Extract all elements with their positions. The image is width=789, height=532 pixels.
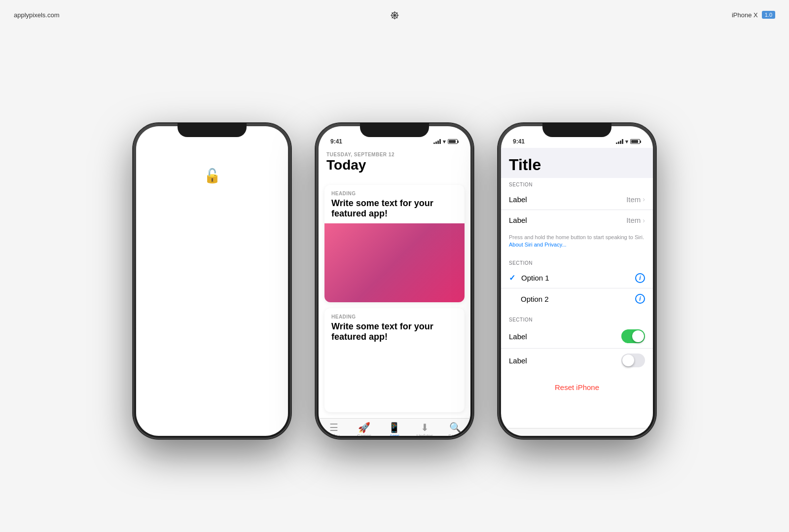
row-2-value: Item — [626, 216, 641, 224]
section-1-label: SECTION — [501, 178, 653, 189]
status-icons-2: ▾ — [433, 139, 459, 145]
toggle-2-knob — [622, 355, 634, 366]
appstore-header: Tuesday, September 12 Today — [319, 148, 470, 179]
tab-search-icon: 🔍 — [449, 423, 462, 432]
header: applypixels.com ⎈ iPhone X 1.0 — [0, 0, 789, 30]
signal-icon — [251, 139, 258, 144]
header-right: iPhone X 1.0 — [732, 11, 775, 19]
tab-today[interactable]: ☰ Today — [324, 423, 344, 436]
settings-row-toggle2: Label — [501, 349, 653, 372]
app-card-1-image — [324, 223, 465, 302]
version-badge: 1.0 — [762, 11, 775, 19]
settings-section-1: SECTION Label Item › Label It — [501, 178, 653, 253]
settings-page-title: Title — [509, 156, 645, 174]
option1-left: ✓ Option 1 — [509, 273, 549, 283]
tab-search-label: Search — [448, 433, 463, 436]
app-card-2-title: Write some text for your featured app! — [331, 321, 458, 343]
settings-row-1[interactable]: Label Item › — [501, 189, 653, 210]
chevron-icon-2: › — [643, 216, 645, 224]
app-card-1-heading: HEADING — [331, 191, 458, 196]
app-card-2-header: HEADING Write some text for your feature… — [324, 308, 465, 347]
tab-games-label: Games — [357, 433, 371, 436]
toggle-1[interactable] — [621, 329, 645, 343]
lockscreen-content: 🔓 2:23 Tuesday, September 12 — [136, 148, 288, 240]
checkmark-icon: ✓ — [509, 273, 515, 283]
status-time-2: 9:41 — [330, 138, 342, 145]
section-2-label: SECTION — [501, 256, 653, 268]
battery-icon-2 — [448, 139, 459, 144]
row-2-label: Label — [509, 216, 527, 224]
status-time: 9:41 — [148, 138, 160, 145]
tab-updates-icon: ⬇ — [421, 423, 429, 432]
tab-updates[interactable]: ⬇ Updates — [415, 423, 435, 436]
signal-icon-2 — [433, 139, 441, 144]
tab-search[interactable]: 🔍 Search — [445, 423, 465, 436]
tab-apps-icon: 📱 — [388, 423, 400, 432]
settings-section-3: SECTION Label Label — [501, 313, 653, 372]
app-card-1-header: HEADING Write some text for your feature… — [324, 185, 465, 223]
settings-row-option2[interactable]: Option 2 i — [501, 288, 653, 309]
status-time-3: 9:41 — [513, 138, 525, 145]
notch — [178, 123, 247, 137]
tab-games-icon: 🚀 — [358, 423, 370, 432]
lockscreen-screen: 9:41 ▾ 🔓 2:23 — [136, 126, 288, 436]
app-card-1-title: Write some text for your featured app! — [331, 198, 458, 219]
settings-row-toggle1: Label — [501, 324, 653, 349]
section-1-table: Label Item › Label Item › — [501, 189, 653, 231]
section-2-table: ✓ Option 1 i Option 2 i — [501, 268, 653, 309]
tab-apps[interactable]: 📱 Apps — [385, 423, 404, 436]
wifi-icon: ▾ — [260, 139, 263, 145]
toggle1-label: Label — [509, 332, 527, 341]
settings-nav-bar: ‹ Back Button — [501, 428, 653, 436]
tab-today-label: Today — [328, 433, 340, 436]
notch-3 — [542, 123, 611, 137]
device-name: iPhone X — [732, 11, 758, 19]
phones-area: 9:41 ▾ 🔓 2:23 — [0, 30, 789, 532]
info-icon-2[interactable]: i — [635, 294, 645, 304]
tab-apps-label: Apps — [390, 433, 400, 436]
row-1-value: Item — [626, 195, 641, 204]
app-card-2: HEADING Write some text for your feature… — [324, 308, 465, 412]
reset-button[interactable]: Reset iPhone — [501, 376, 653, 398]
toggle-1-knob — [632, 330, 644, 342]
wifi-icon-3: ▾ — [625, 139, 628, 145]
toggle-2[interactable] — [621, 354, 645, 367]
appstore-content: Tuesday, September 12 Today HEADING Writ… — [319, 148, 470, 436]
phone-lockscreen: 9:41 ▾ 🔓 2:23 — [133, 123, 291, 439]
logo: applypixels.com — [14, 11, 60, 19]
app-card-1: HEADING Write some text for your feature… — [324, 185, 465, 302]
appstore-cards: HEADING Write some text for your feature… — [319, 179, 470, 418]
row-1-right: Item › — [626, 195, 645, 204]
signal-icon-3 — [616, 139, 623, 144]
phone-appstore: 9:41 ▾ Tuesday, S — [316, 123, 473, 439]
home-indicator — [187, 429, 237, 431]
section-3-label: SECTION — [501, 313, 653, 324]
tab-games[interactable]: 🚀 Games — [354, 423, 374, 436]
row-2-right: Item › — [626, 216, 645, 224]
wifi-icon-2: ▾ — [443, 139, 446, 145]
notch-2 — [360, 123, 429, 137]
status-icons: ▾ — [251, 139, 276, 145]
battery-icon — [265, 139, 276, 144]
tab-bar: ☰ Today 🚀 Games 📱 Apps ⬇ Updates — [319, 418, 470, 436]
lock-time: 2:23 — [179, 192, 245, 227]
tab-updates-label: Updates — [417, 433, 433, 436]
status-icons-3: ▾ — [616, 139, 641, 145]
settings-screen: 9:41 ▾ Title — [501, 126, 653, 436]
siri-privacy-link[interactable]: About Siri and Privacy... — [509, 242, 567, 248]
section-3-table: Label Label — [501, 324, 653, 372]
lock-date: Tuesday, September 12 — [171, 231, 254, 240]
battery-icon-3 — [630, 139, 641, 144]
option1-label: Option 1 — [521, 274, 549, 282]
row-1-label: Label — [509, 195, 527, 204]
compass-icon: ⎈ — [391, 7, 399, 22]
info-icon-1[interactable]: i — [635, 273, 645, 283]
settings-row-option1[interactable]: ✓ Option 1 i — [501, 268, 653, 288]
appstore-title: Today — [326, 157, 463, 173]
chevron-icon-1: › — [643, 195, 645, 203]
settings-section-2: SECTION ✓ Option 1 i Option 2 i — [501, 256, 653, 309]
settings-row-2[interactable]: Label Item › — [501, 210, 653, 231]
header-center: ⎈ — [391, 7, 399, 23]
tab-today-icon: ☰ — [329, 423, 338, 432]
app-card-2-heading: HEADING — [331, 314, 458, 319]
